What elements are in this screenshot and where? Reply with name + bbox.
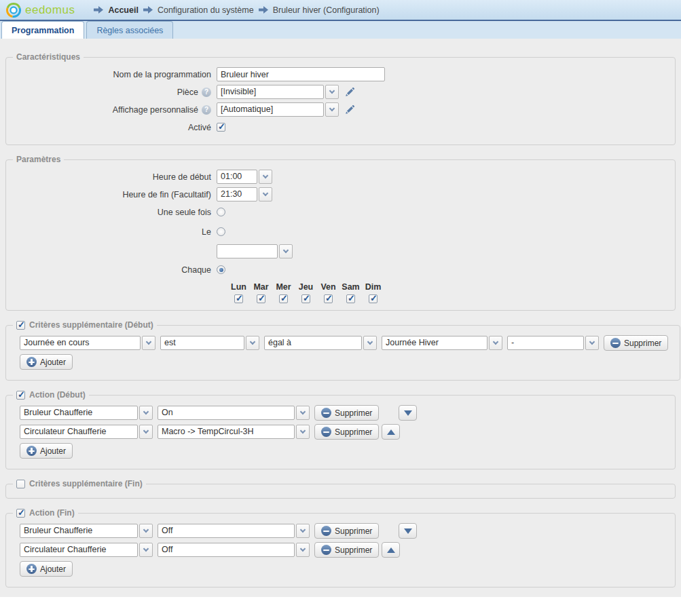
once-radio[interactable] [217, 208, 225, 216]
criteres-fin-checkbox[interactable] [16, 480, 25, 488]
action-row: Bruleur Chaufferie On Supprimer [13, 405, 668, 421]
criteria-device-select[interactable]: Journée en cours [20, 336, 155, 350]
section-title: Paramètres [16, 155, 60, 164]
add-action-button[interactable]: Ajouter [20, 561, 73, 577]
day-checkbox-ven[interactable] [324, 294, 333, 303]
every-radio[interactable] [217, 265, 225, 274]
action-debut-checkbox[interactable] [16, 391, 25, 400]
chevron-down-icon[interactable] [259, 187, 272, 201]
criteria-extra-select[interactable]: - [507, 336, 599, 350]
chevron-down-icon[interactable] [139, 406, 153, 420]
breadcrumb-item-current[interactable]: Bruleur hiver (Configuration) [273, 5, 380, 15]
action-row: Circulateur Chaufferie Macro -> TempCirc… [13, 424, 668, 440]
arrow-up-icon [387, 429, 395, 435]
chevron-down-icon[interactable] [489, 336, 502, 350]
delete-action-button[interactable]: Supprimer [314, 542, 379, 558]
help-icon[interactable] [202, 105, 211, 115]
section-action-fin: Action (Fin) Bruleur Chaufferie Off Supp… [5, 508, 676, 588]
criteria-value-select[interactable]: Journée Hiver [382, 336, 502, 350]
eedomus-logo[interactable]: eedomus [5, 2, 75, 18]
delete-action-button[interactable]: Supprimer [314, 523, 379, 539]
day-checkbox-jeu[interactable] [301, 294, 310, 303]
day-checkbox-mer[interactable] [279, 294, 288, 303]
breadcrumb-item-accueil[interactable]: Accueil [108, 5, 138, 15]
action-value-select[interactable]: Macro -> TempCircul-3H [158, 425, 310, 439]
move-down-button[interactable] [399, 523, 417, 539]
delete-action-button[interactable]: Supprimer [314, 424, 379, 440]
eedomus-logo-icon [5, 2, 22, 18]
criteria-operator-select[interactable]: est [160, 336, 259, 350]
piece-select[interactable]: [Invisible] [217, 85, 339, 99]
day-label: Ven [320, 282, 335, 292]
section-title: Action (Début) [29, 390, 86, 400]
move-up-button[interactable] [382, 424, 400, 440]
edit-piece-button[interactable] [344, 87, 355, 98]
start-time-select[interactable]: 01:00 [217, 170, 272, 184]
chevron-down-icon[interactable] [296, 425, 310, 439]
chevron-down-icon[interactable] [139, 425, 153, 439]
day-label: Lun [231, 282, 246, 292]
add-button-label: Ajouter [40, 358, 66, 367]
delete-button-label: Supprimer [624, 339, 661, 348]
action-device-select[interactable]: Bruleur Chaufferie [20, 524, 153, 538]
chevron-down-icon[interactable] [325, 85, 339, 99]
action-value-select[interactable]: Off [158, 524, 310, 538]
add-action-button[interactable]: Ajouter [20, 443, 73, 459]
chevron-down-icon[interactable] [142, 336, 155, 350]
end-time-select[interactable]: 21:30 [217, 187, 272, 201]
criteres-debut-checkbox[interactable] [16, 321, 25, 330]
day-column: Mer [272, 282, 295, 303]
date-select[interactable] [217, 244, 293, 258]
chevron-down-icon[interactable] [139, 543, 153, 557]
tab-regles-associees[interactable]: Règles associées [86, 21, 173, 39]
plus-circle-icon [26, 564, 37, 574]
section-title: Caractéristiques [16, 52, 80, 62]
criteria-condition-select[interactable]: égal à [264, 336, 377, 350]
chevron-down-icon[interactable] [296, 524, 310, 538]
once-label: Une seule fois [13, 208, 217, 217]
action-value-select[interactable]: On [158, 406, 310, 420]
action-fin-checkbox[interactable] [16, 509, 25, 518]
delete-criteria-button[interactable]: Supprimer [604, 335, 668, 351]
program-name-input[interactable] [217, 67, 385, 81]
day-checkbox-lun[interactable] [234, 294, 243, 303]
active-checkbox[interactable] [217, 123, 225, 132]
edit-display-button[interactable] [344, 104, 355, 115]
display-select[interactable]: [Automatique] [217, 102, 339, 117]
section-action-debut: Action (Début) Bruleur Chaufferie On Sup… [5, 390, 676, 469]
move-up-button[interactable] [382, 542, 400, 558]
breadcrumb-item-configuration[interactable]: Configuration du système [158, 5, 254, 15]
le-radio[interactable] [217, 227, 225, 236]
chevron-down-icon[interactable] [296, 543, 310, 557]
chevron-down-icon[interactable] [139, 524, 153, 538]
action-device-select[interactable]: Bruleur Chaufferie [20, 406, 153, 420]
add-criteria-button[interactable]: Ajouter [20, 354, 73, 370]
chevron-down-icon[interactable] [363, 336, 377, 350]
criteria-operator-value: est [160, 336, 244, 350]
tab-programmation[interactable]: Programmation [1, 21, 84, 39]
app-header: eedomus Accueil Configuration du système… [0, 0, 681, 20]
minus-circle-icon [321, 408, 331, 418]
chevron-down-icon[interactable] [325, 102, 339, 117]
section-action-fin-legend: Action (Fin) [13, 508, 78, 518]
action-device-select[interactable]: Circulateur Chaufferie [20, 543, 153, 557]
day-checkbox-mar[interactable] [257, 294, 265, 303]
chevron-down-icon[interactable] [296, 406, 310, 420]
section-criteres-fin-legend: Critères supplémentaire (Fin) [13, 479, 146, 488]
plus-circle-icon [26, 357, 37, 367]
action-device-select[interactable]: Circulateur Chaufferie [20, 425, 153, 439]
help-icon[interactable] [202, 88, 211, 97]
display-label: Affichage personnalisé [113, 105, 198, 115]
day-checkbox-sam[interactable] [346, 294, 355, 303]
chevron-down-icon[interactable] [279, 244, 293, 258]
section-criteres-fin: Critères supplémentaire (Fin) [5, 479, 676, 499]
chevron-down-icon[interactable] [585, 336, 599, 350]
day-checkbox-dim[interactable] [369, 294, 378, 303]
chevron-down-icon[interactable] [259, 170, 272, 184]
chevron-down-icon[interactable] [246, 336, 259, 350]
delete-action-button[interactable]: Supprimer [314, 405, 379, 421]
move-down-button[interactable] [399, 405, 417, 421]
arrow-down-icon [404, 410, 412, 416]
action-device-value: Circulateur Chaufferie [20, 543, 138, 557]
action-value-select[interactable]: Off [158, 543, 310, 557]
